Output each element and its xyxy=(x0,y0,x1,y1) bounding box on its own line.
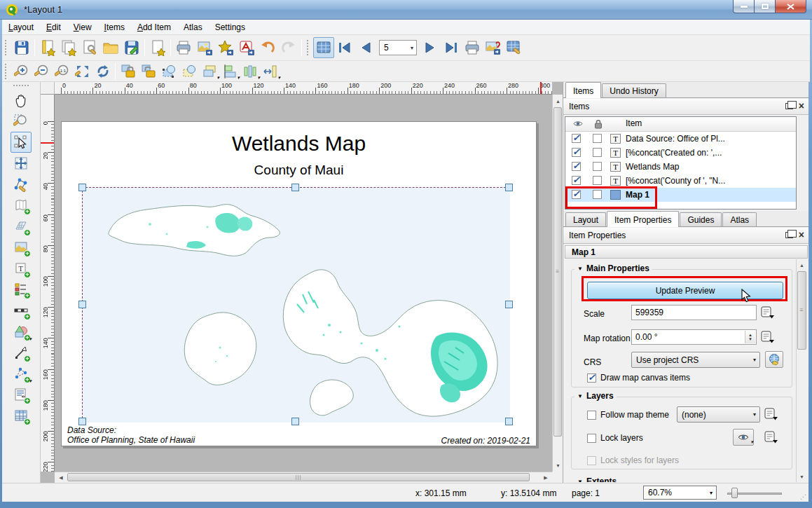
item-label[interactable]: Map 1 xyxy=(626,190,649,200)
menu-item[interactable]: Edit xyxy=(40,20,67,34)
item-lock-checkbox[interactable] xyxy=(593,148,602,157)
item-visibility-checkbox[interactable]: ✓ xyxy=(572,134,581,143)
redo-button[interactable] xyxy=(278,37,299,58)
map-item[interactable] xyxy=(82,187,509,422)
atlas-next-button[interactable] xyxy=(420,37,441,58)
item-label[interactable]: [%concat('County of ', "N... xyxy=(626,176,725,186)
properties-scrollbar[interactable]: ▲ ≡ ▼ xyxy=(796,259,807,482)
close-panel-icon[interactable]: × xyxy=(799,231,804,239)
add-scalebar-button[interactable] xyxy=(11,300,32,321)
atlas-first-button[interactable] xyxy=(334,37,355,58)
open-template-button[interactable] xyxy=(100,37,121,58)
refresh-button[interactable] xyxy=(92,62,113,81)
menu-item[interactable]: View xyxy=(67,20,98,34)
atlas-settings-button[interactable] xyxy=(504,37,525,58)
item-lock-checkbox[interactable] xyxy=(593,190,602,199)
selection-handle[interactable] xyxy=(505,301,513,308)
item-label[interactable]: [%concat('Created on: ',... xyxy=(626,148,722,158)
save-as-template-button[interactable] xyxy=(121,37,142,58)
tab-guides[interactable]: Guides xyxy=(680,212,722,226)
close-button[interactable] xyxy=(775,0,806,13)
print-button[interactable] xyxy=(173,37,194,58)
table-row[interactable]: ✓ Data Source: Office of Pl... xyxy=(565,132,796,146)
extents-group-label[interactable]: ▼ Extents xyxy=(574,476,619,482)
selection-handle[interactable] xyxy=(78,184,86,191)
spinner-buttons[interactable]: ▲▼ xyxy=(745,331,755,343)
float-panel-icon[interactable] xyxy=(785,103,793,109)
add-html-button[interactable] xyxy=(11,384,32,405)
add-arrow-button[interactable] xyxy=(11,342,32,363)
zoom-full-button[interactable] xyxy=(72,62,92,81)
data-defined-override-button[interactable] xyxy=(759,330,776,344)
scroll-right-button[interactable]: ▶ xyxy=(541,472,551,483)
canvas-vertical-scrollbar[interactable]: ▲ ≡ ▼ xyxy=(552,95,563,472)
scroll-down-button[interactable]: ▼ xyxy=(797,472,807,481)
close-panel-icon[interactable]: × xyxy=(799,102,804,110)
item-lock-checkbox[interactable] xyxy=(593,134,602,143)
scroll-left-button[interactable]: ◀ xyxy=(56,472,66,483)
export-svg-button[interactable] xyxy=(215,37,236,58)
lock-items-button[interactable] xyxy=(118,62,138,81)
export-image-button[interactable] xyxy=(194,37,215,58)
align-items-button[interactable]: ▾ xyxy=(219,62,240,81)
add-map-button[interactable] xyxy=(11,195,32,216)
resize-items-button[interactable]: ▾ xyxy=(260,62,280,81)
print-atlas-button[interactable] xyxy=(462,37,483,58)
lock-layers-checkbox[interactable]: Lock layers xyxy=(587,433,643,443)
data-defined-override-button[interactable] xyxy=(763,407,780,421)
zoom-slider-handle[interactable] xyxy=(731,488,738,498)
scroll-up-button[interactable]: ▲ xyxy=(797,260,807,270)
selection-handle[interactable] xyxy=(78,418,86,425)
item-lock-checkbox[interactable] xyxy=(593,176,602,185)
selection-handle[interactable] xyxy=(291,418,299,425)
zoom-level-combo[interactable]: 60.7% ▾ xyxy=(643,486,717,500)
table-row[interactable]: ✓ Wetlands Map xyxy=(565,160,796,174)
add-label-button[interactable]: T xyxy=(11,258,32,279)
table-row[interactable]: ✓ [%concat('Created on: ',... xyxy=(565,146,796,160)
data-source-label[interactable]: Data Source: Office of Planning, State o… xyxy=(67,425,195,445)
scrollbar-thumb[interactable]: ||| xyxy=(67,473,530,481)
select-move-item-tool-button[interactable] xyxy=(11,132,32,153)
menu-item[interactable]: Atlas xyxy=(177,20,209,34)
item-label[interactable]: Data Source: Office of Pl... xyxy=(626,134,725,144)
table-row[interactable]: ✓ [%concat('County of ', "N... xyxy=(565,174,796,188)
distribute-items-button[interactable]: ▾ xyxy=(240,62,260,81)
map-title-label[interactable]: Wetlands Map xyxy=(62,132,536,156)
select-all-button[interactable] xyxy=(158,62,179,81)
scrollbar-thumb[interactable]: ≡ xyxy=(797,271,806,350)
follow-map-theme-checkbox[interactable]: Follow map theme xyxy=(587,410,669,420)
menu-item[interactable]: Layout xyxy=(2,20,40,34)
selection-handle[interactable] xyxy=(78,301,86,308)
add-picture-button[interactable] xyxy=(11,237,32,258)
crs-dropdown[interactable]: Use project CRS ▾ xyxy=(631,352,760,368)
add-3d-map-button[interactable] xyxy=(11,216,32,237)
zoom-in-button[interactable] xyxy=(11,62,32,81)
layout-canvas[interactable]: 0204060801001201401601802002202402602803… xyxy=(41,82,563,483)
export-pdf-button[interactable] xyxy=(236,37,257,58)
toolbar-grip[interactable] xyxy=(13,85,29,88)
resize-grip[interactable]: ⋰ xyxy=(800,493,807,500)
tab-undo-history[interactable]: Undo History xyxy=(602,83,666,97)
created-on-label[interactable]: Created on: 2019-02-21 xyxy=(441,436,530,446)
add-items-from-template-button[interactable] xyxy=(147,37,168,58)
table-row[interactable]: ✓ Map 1 xyxy=(565,188,796,202)
raise-items-button[interactable]: ▾ xyxy=(199,62,219,81)
zoom-tool-button[interactable] xyxy=(11,111,32,132)
unlock-all-button[interactable] xyxy=(138,62,158,81)
selection-handle[interactable] xyxy=(505,418,513,425)
toolbar-grip[interactable] xyxy=(5,40,8,55)
item-label[interactable]: Wetlands Map xyxy=(626,162,679,172)
move-item-content-tool-button[interactable] xyxy=(11,153,32,174)
scrollbar-thumb[interactable]: ≡ xyxy=(553,107,562,437)
layers-group-label[interactable]: ▼ Layers xyxy=(574,391,617,401)
deselect-all-button[interactable] xyxy=(179,62,199,81)
update-preview-button[interactable]: Update Preview xyxy=(587,282,783,299)
map-subtitle-label[interactable]: County of Maui xyxy=(62,163,536,178)
atlas-page-combo[interactable]: 5▾ xyxy=(379,40,417,55)
zoom-out-button[interactable] xyxy=(32,62,52,81)
item-visibility-checkbox[interactable]: ✓ xyxy=(572,190,581,199)
add-shape-button[interactable]: ▾ xyxy=(11,321,32,342)
crs-picker-button[interactable] xyxy=(765,351,783,368)
maximize-button[interactable] xyxy=(755,0,775,13)
scroll-down-button[interactable]: ▼ xyxy=(553,460,563,470)
